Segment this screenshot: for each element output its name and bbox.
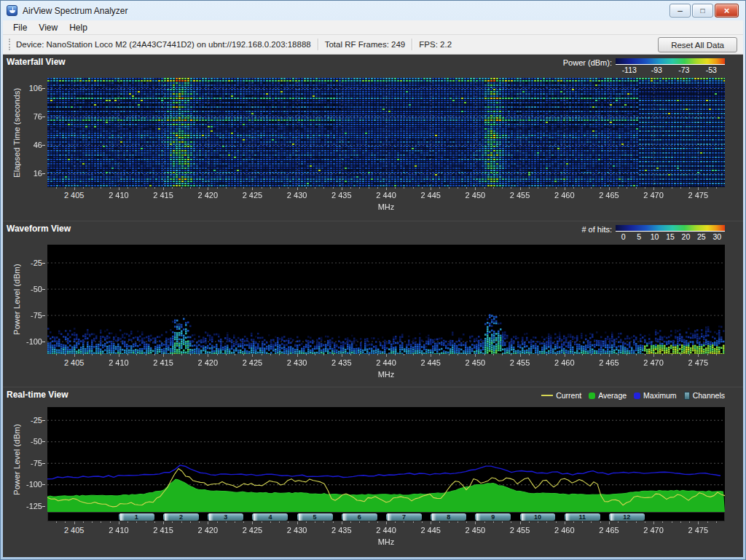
x-axis-tick <box>146 187 146 189</box>
x-axis-tick <box>439 354 440 355</box>
x-axis-tick <box>369 187 369 189</box>
x-axis-tick <box>288 521 288 523</box>
x-axis-tick <box>315 354 315 355</box>
x-axis-tick <box>252 187 253 190</box>
wifi-channel-7: 7 <box>386 513 422 521</box>
x-axis-tick <box>404 187 404 189</box>
x-axis-tick <box>146 354 146 355</box>
x-axis-tick-label: 2 415 <box>143 358 184 367</box>
x-axis-tick <box>600 354 601 355</box>
x-axis-tick <box>466 521 467 523</box>
channels-swatch <box>684 392 690 400</box>
x-axis-tick-label: 2 430 <box>277 191 318 200</box>
y-axis-tick <box>42 173 45 174</box>
x-axis-tick <box>556 187 557 189</box>
x-axis-tick-label: 2 455 <box>500 191 541 200</box>
x-axis-tick-label: 2 460 <box>544 526 585 535</box>
x-axis-tick <box>431 354 431 357</box>
hits-colorbar: # of hits: 051015202530 <box>581 225 725 241</box>
x-axis-tick-label: 2 420 <box>187 191 228 200</box>
x-axis-tick <box>190 521 191 523</box>
x-axis-tick <box>74 354 75 357</box>
x-axis-tick-label: 2 475 <box>678 191 718 200</box>
y-axis-tick-label: 106 <box>16 84 42 92</box>
x-axis-tick <box>422 187 423 189</box>
x-axis-tick <box>627 187 627 189</box>
wifi-channel-2: 2 <box>163 513 199 521</box>
x-axis-tick <box>511 354 511 355</box>
x-axis-tick <box>252 521 253 524</box>
waveform-title: Waveform View <box>7 224 71 234</box>
x-axis-tick <box>546 521 547 523</box>
x-axis-tick <box>377 187 378 189</box>
x-axis-tick <box>163 187 164 190</box>
x-axis-tick <box>342 521 342 524</box>
close-button[interactable]: × <box>715 4 739 17</box>
x-axis-tick <box>333 521 334 523</box>
minimize-button[interactable]: – <box>670 4 691 17</box>
x-axis-tick <box>618 187 619 189</box>
x-axis-tick <box>662 354 663 355</box>
menu-file[interactable]: File <box>7 21 33 34</box>
x-axis-tick <box>627 521 627 523</box>
x-axis-tick <box>252 354 253 357</box>
x-axis-tick <box>262 354 262 355</box>
wifi-channel-8: 8 <box>431 513 466 521</box>
x-axis-tick <box>395 354 396 355</box>
toolbar-grip <box>9 39 11 50</box>
waterfall-title: Waterfall View <box>7 57 66 67</box>
x-axis-tick <box>458 521 458 523</box>
x-axis-tick <box>680 521 681 523</box>
x-axis-tick <box>600 521 601 523</box>
x-axis-tick <box>565 521 565 524</box>
y-axis-tick <box>42 441 45 442</box>
x-axis-tick <box>662 521 663 523</box>
y-axis-tick-label: 76 <box>16 112 42 121</box>
x-axis-tick-label: 2 435 <box>321 358 362 367</box>
x-axis-tick <box>413 187 414 189</box>
x-axis-tick <box>591 354 592 355</box>
x-axis-tick <box>716 521 717 523</box>
colorbar-tick: 5 <box>631 232 646 241</box>
x-axis-tick <box>217 187 218 189</box>
x-axis-tick-label: 2 455 <box>500 358 541 367</box>
x-axis-tick <box>235 521 235 523</box>
wifi-channel-6: 6 <box>342 513 377 521</box>
menu-help[interactable]: Help <box>63 21 93 34</box>
x-axis-tick <box>636 354 637 355</box>
x-axis-tick <box>538 521 538 523</box>
x-axis-tick <box>413 521 414 523</box>
x-axis-tick <box>662 187 663 189</box>
title-bar[interactable]: AirView Spectrum Analyzer – □ × <box>3 1 743 20</box>
y-axis-tick-label: -25 <box>16 416 42 425</box>
x-axis-tick <box>582 521 583 523</box>
reset-all-data-button[interactable]: Reset All Data <box>658 37 737 52</box>
x-axis-tick <box>475 354 476 357</box>
menu-view[interactable]: View <box>33 21 63 34</box>
x-axis-tick-label: 2 470 <box>633 191 674 200</box>
x-axis-tick <box>119 187 119 190</box>
x-axis-tick <box>698 187 699 190</box>
x-axis-tick <box>484 521 485 523</box>
x-axis-tick <box>484 187 485 189</box>
x-axis-tick-label: 2 430 <box>277 358 318 367</box>
x-axis-tick <box>172 354 173 355</box>
colorbar-tick: 25 <box>694 232 709 241</box>
x-axis-tick <box>645 521 645 523</box>
legend-channels: Channels <box>684 391 725 400</box>
x-axis-tick <box>208 354 208 357</box>
x-axis-tick <box>404 521 404 523</box>
x-axis-tick <box>591 521 592 523</box>
x-axis-tick <box>377 354 378 355</box>
x-axis-tick <box>439 521 440 523</box>
x-axis-tick <box>279 521 280 523</box>
x-axis-tick <box>92 521 93 523</box>
x-axis-tick <box>377 521 378 523</box>
x-axis-tick <box>92 354 93 355</box>
x-axis-tick-label: 2 450 <box>455 526 495 535</box>
x-axis-tick <box>573 187 574 189</box>
x-axis-tick <box>680 187 681 189</box>
maximize-button[interactable]: □ <box>692 4 713 17</box>
colorbar-tick: 10 <box>647 232 662 241</box>
x-axis-tick <box>582 187 583 189</box>
